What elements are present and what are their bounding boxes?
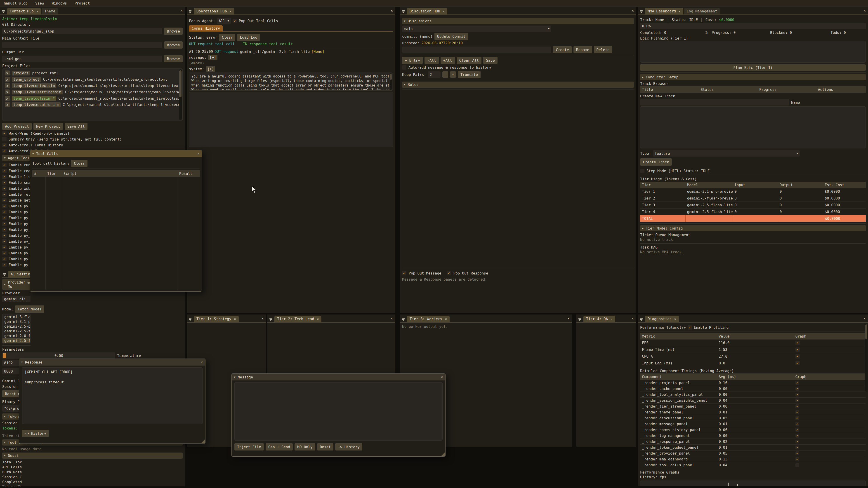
file-chip[interactable]: temp_liveexecutionsim [12, 102, 61, 107]
tool-checkbox[interactable]: ✔ [2, 192, 6, 197]
menu-item-project[interactable]: Project [74, 1, 90, 5]
response-to-history-button[interactable]: -> History [22, 430, 49, 437]
component-graph-checkbox[interactable]: ✔ [796, 422, 799, 426]
message-action-button[interactable]: -> History [335, 443, 362, 451]
provider-model-header[interactable]: ▼ Provider & Mo [2, 279, 32, 290]
fetch-models-button[interactable]: Fetch Model [15, 305, 44, 313]
git-browse-button[interactable]: Browse [164, 28, 183, 35]
autoadd-checkbox[interactable] [402, 65, 406, 70]
component-graph-checkbox[interactable]: ✔ [796, 404, 799, 408]
comms-history-box[interactable] [189, 92, 393, 147]
metric-graph-checkbox[interactable]: ✔ [796, 354, 800, 359]
tab-close-icon[interactable]: × [234, 317, 236, 321]
pop-out-response-checkbox[interactable]: ✔ [447, 271, 451, 275]
tool-checkbox[interactable]: ✔ [2, 169, 6, 173]
option-checkbox[interactable]: ✔ [2, 149, 6, 153]
message-expand-button[interactable]: [+] [208, 55, 217, 60]
component-graph-checkbox[interactable]: ✔ [796, 428, 799, 432]
panel-close-icon[interactable]: × [567, 316, 569, 321]
epic-planning-input[interactable] [640, 41, 866, 63]
create-track-button[interactable]: Create Track [640, 158, 672, 166]
remove-file-button[interactable]: x [5, 70, 10, 75]
option-checkbox[interactable]: ✔ [2, 143, 6, 147]
file-chip[interactable]: temp_livecontextsim [12, 84, 56, 88]
session-insights-header[interactable]: ▼ Sessi [2, 453, 183, 459]
component-graph-checkbox[interactable]: ✔ [796, 398, 799, 402]
output-dir-input[interactable]: ./md_gen [2, 56, 162, 62]
entry-action-button[interactable]: + Entry [402, 57, 423, 64]
keep-pairs-minus-button[interactable]: - [442, 71, 448, 78]
dock-menu-icon[interactable] [269, 317, 273, 322]
tab-theme[interactable]: Theme [41, 8, 58, 14]
collapse-arrow-icon[interactable]: ▼ [234, 376, 236, 379]
menu-item-app[interactable]: manual slop [4, 1, 28, 5]
remove-file-button[interactable]: x [5, 83, 10, 88]
pop-out-message-checkbox[interactable]: ✔ [402, 271, 406, 275]
collapse-arrow-icon[interactable]: ▼ [21, 361, 23, 364]
remove-file-button[interactable]: x [5, 77, 10, 82]
tool-checkbox[interactable]: ✔ [2, 198, 6, 202]
clear-comms-button[interactable]: Clear [219, 34, 235, 41]
panel-close-icon[interactable]: × [180, 8, 183, 13]
system-prompt-scrollbar[interactable] [390, 73, 392, 90]
dock-menu-icon[interactable] [188, 9, 193, 14]
entry-action-button[interactable]: Clear All [457, 57, 482, 64]
tab-close-icon[interactable]: × [317, 317, 319, 321]
tool-checkbox[interactable]: ✔ [2, 257, 6, 261]
file-chip[interactable]: temp_liveaisettingssim [12, 90, 63, 94]
dock-menu-icon[interactable] [401, 317, 406, 322]
entry-action-button[interactable]: -All [425, 57, 439, 64]
model-list-item[interactable]: gemini-2.5-flash [2, 329, 30, 333]
tab-tier3[interactable]: Tier 3: Workers× [407, 316, 450, 322]
component-graph-checkbox[interactable]: ✔ [796, 410, 799, 414]
tool-checkbox[interactable]: ✔ [2, 163, 6, 167]
update-commit-button[interactable]: Update Commit [434, 33, 468, 40]
resize-grip[interactable] [201, 440, 205, 443]
entry-action-button[interactable]: Save [483, 57, 498, 64]
tool-checkbox[interactable]: ✔ [2, 175, 6, 179]
option-checkbox[interactable]: ✔ [2, 131, 6, 135]
new-project-button[interactable]: New Project [33, 123, 63, 130]
plan-epic-button[interactable]: Plan Epic (Tier 1) [640, 64, 866, 71]
metric-graph-checkbox[interactable]: ✔ [796, 341, 800, 345]
enable-profiling-checkbox[interactable]: ✔ [688, 325, 692, 330]
panel-close-icon[interactable]: × [864, 8, 866, 13]
tab-close-icon[interactable]: × [443, 9, 445, 13]
project-files-scrollbar[interactable] [179, 69, 182, 120]
component-graph-checkbox[interactable]: ✔ [796, 446, 799, 449]
tab-tier4[interactable]: Tier 4: QA× [583, 316, 615, 322]
tab-close-icon[interactable]: × [36, 9, 38, 13]
tool-checkbox[interactable]: ✔ [2, 181, 6, 185]
menu-item-windows[interactable]: Windows [52, 1, 67, 5]
collapse-arrow-icon[interactable]: ▼ [32, 152, 34, 155]
resize-grip[interactable] [441, 452, 445, 456]
remove-file-button[interactable]: x [5, 90, 10, 94]
component-graph-checkbox[interactable]: ✔ [796, 393, 799, 396]
component-graph-checkbox[interactable]: ✔ [796, 387, 799, 391]
create-discussion-button[interactable]: Create [553, 46, 572, 53]
panel-close-icon[interactable]: × [391, 8, 393, 13]
temperature-slider[interactable]: 0.00 [2, 352, 115, 359]
git-directory-input[interactable]: C:\projects\manual_slop [2, 28, 162, 34]
tab-context-hub[interactable]: Context Hub× [7, 8, 41, 14]
tool-checkbox[interactable]: ✔ [2, 245, 6, 250]
tool-checkbox[interactable]: ✔ [2, 186, 6, 191]
metric-graph-checkbox[interactable]: ✔ [796, 361, 800, 365]
discussion-combo[interactable]: main ▼ [402, 26, 551, 32]
message-text-area[interactable] [235, 382, 442, 441]
panel-close-icon[interactable]: × [631, 316, 634, 321]
dock-menu-icon[interactable] [2, 272, 7, 278]
discussion-name-input[interactable] [402, 46, 551, 53]
model-list-item[interactable]: gemini-2.5-flash- [2, 338, 30, 343]
delete-discussion-button[interactable]: Delete [594, 46, 612, 53]
diagnostics-scrollbar[interactable] [865, 324, 868, 392]
message-action-button[interactable]: MD Only [294, 443, 315, 451]
tool-checkbox[interactable]: ✔ [2, 204, 6, 208]
tool-checkbox[interactable]: ✔ [2, 251, 6, 255]
component-graph-checkbox[interactable]: ✔ [796, 440, 799, 444]
tab-close-icon[interactable]: × [674, 317, 676, 321]
dock-menu-icon[interactable] [578, 317, 582, 322]
model-list-item[interactable]: gemini-3.1-pro-pr [2, 319, 30, 324]
tab-comms-history[interactable]: Comms History [189, 25, 223, 31]
tab-discussion-hub[interactable]: Discussion Hub× [407, 8, 447, 14]
